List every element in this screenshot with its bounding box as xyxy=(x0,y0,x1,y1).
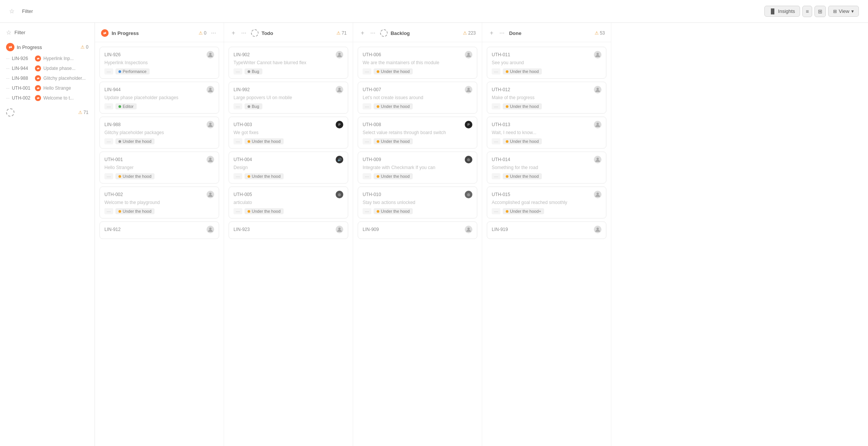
card-lin-926[interactable]: LIN-926 Hyperlink Inspections — Performa… xyxy=(99,47,219,79)
insights-button[interactable]: ▐▌ Insights xyxy=(764,6,800,17)
column-add-button-2[interactable]: + xyxy=(230,29,237,37)
card-footer-uth-010: — Under the hood xyxy=(363,208,472,214)
sidebar-item-uth-002[interactable]: ··· UTH-002 ⇄ Welcome to t... xyxy=(3,93,92,103)
card-tag-uth-001: Under the hood xyxy=(115,173,155,179)
card-id-uth-015: UTH-015 xyxy=(492,192,510,197)
card-uth-002[interactable]: UTH-002 Welcome to the playground — Unde… xyxy=(99,187,219,218)
card-lin-923[interactable]: LIN-923 xyxy=(229,221,348,239)
card-dash-uth-015: — xyxy=(492,208,500,214)
svg-point-5 xyxy=(209,228,211,230)
sidebar: ☆ Filter ⇄ In Progress 0 ··· LIN-926 ⇄ H… xyxy=(0,23,95,446)
column-icon-todo xyxy=(251,29,259,37)
tag-dot-uth-010 xyxy=(377,210,379,213)
sidebar-item-lin-926[interactable]: ··· LIN-926 ⇄ Hyperlink Inp... xyxy=(3,54,92,63)
chevron-down-icon: ▾ xyxy=(851,8,854,14)
card-header-lin-926: LIN-926 xyxy=(104,51,214,59)
svg-point-7 xyxy=(338,88,341,90)
list-view-button[interactable]: ≡ xyxy=(802,6,812,17)
column-title-in-progress: In Progress xyxy=(112,30,196,36)
tag-dot-uth-007 xyxy=(377,105,379,108)
column-body-in-progress: LIN-926 Hyperlink Inspections — Performa… xyxy=(95,42,224,446)
column-add-button-4[interactable]: + xyxy=(488,29,495,37)
sidebar-item-lin-988[interactable]: ··· LIN-988 ⇄ Glitchy placeholder... xyxy=(3,73,92,83)
tag-dot-uth-008 xyxy=(377,140,379,143)
column-more-button-3[interactable]: ··· xyxy=(369,29,377,37)
card-uth-003[interactable]: UTH-003 P We got fixes — Under the hood xyxy=(229,117,348,149)
card-title-lin-988: Glitchy placeholder packages xyxy=(104,130,214,135)
tag-dot-uth-002 xyxy=(118,210,121,213)
card-lin-912[interactable]: LIN-912 xyxy=(99,221,219,239)
column-count-backlog: 223 xyxy=(463,30,476,36)
tag-dot-uth-003 xyxy=(248,140,250,143)
card-tag-uth-014: Under the hood xyxy=(503,173,542,179)
card-footer-uth-009: — Under the hood xyxy=(363,173,472,179)
card-footer-uth-015: — Under the hood+ xyxy=(492,208,601,214)
view-button[interactable]: ⊞ View ▾ xyxy=(828,6,859,17)
board-column-done: + ··· Done 53 UTH-011 See yo xyxy=(482,23,611,446)
card-title-uth-015: Accomplished goal reached smoothly xyxy=(492,200,601,205)
item-id-uth-002: UTH-002 xyxy=(12,95,33,101)
sidebar-group-todo: 71 xyxy=(3,106,92,119)
star-icon[interactable]: ☆ xyxy=(9,8,14,15)
card-header-lin-988: LIN-988 xyxy=(104,121,214,128)
card-lin-902[interactable]: LIN-902 TypeWriter Cannot have blurred f… xyxy=(229,47,348,79)
filter-button[interactable]: Filter xyxy=(19,7,36,16)
card-avatar-lin-992 xyxy=(336,86,343,93)
card-uth-009[interactable]: UTH-009 ◎ Integrate with Checkmark If yo… xyxy=(358,152,477,183)
sidebar-group-count-in-progress: 0 xyxy=(80,44,88,50)
card-header-uth-012: UTH-012 xyxy=(492,86,601,93)
card-lin-919[interactable]: LIN-919 xyxy=(487,221,606,239)
item-icon-uth-001: ⇄ xyxy=(35,85,41,91)
svg-point-13 xyxy=(597,88,599,90)
card-uth-012[interactable]: UTH-012 Make of the progress — Under the… xyxy=(487,82,606,114)
card-uth-008[interactable]: UTH-008 P Select value retains through b… xyxy=(358,117,477,149)
card-dash-lin-988: — xyxy=(104,138,113,144)
column-more-button-1[interactable]: ··· xyxy=(210,29,218,37)
card-lin-909[interactable]: LIN-909 xyxy=(358,221,477,239)
card-title-uth-002: Welcome to the playground xyxy=(104,200,214,205)
card-lin-944[interactable]: LIN-944 Update phase placeholder package… xyxy=(99,82,219,114)
warn-icon-col2 xyxy=(336,30,341,36)
card-uth-006[interactable]: UTH-006 We are the maintainers of this m… xyxy=(358,47,477,79)
card-uth-010[interactable]: UTH-010 ◎ Stay two actions unlocked — Un… xyxy=(358,187,477,218)
card-uth-007[interactable]: UTH-007 Let's not create issues around —… xyxy=(358,82,477,114)
card-footer-lin-926: — Performance xyxy=(104,68,214,74)
column-count-done: 53 xyxy=(595,30,605,36)
card-dash-uth-003: — xyxy=(234,138,242,144)
card-id-uth-012: UTH-012 xyxy=(492,87,510,92)
sidebar-filter-button[interactable]: Filter xyxy=(14,30,25,35)
tag-dot-uth-012 xyxy=(506,105,508,108)
card-tag-uth-007: Under the hood xyxy=(374,103,413,109)
sidebar-star-icon[interactable]: ☆ xyxy=(6,29,11,36)
card-dash-uth-004: — xyxy=(234,173,242,179)
card-id-lin-926: LIN-926 xyxy=(104,52,121,57)
sidebar-item-uth-001[interactable]: ··· UTH-001 ⇄ Hello Strange xyxy=(3,83,92,93)
column-more-button-4[interactable]: ··· xyxy=(498,29,506,37)
card-avatar-uth-001 xyxy=(207,156,214,163)
column-add-button-3[interactable]: + xyxy=(359,29,366,37)
svg-point-3 xyxy=(209,158,211,160)
card-uth-015[interactable]: UTH-015 Accomplished goal reached smooth… xyxy=(487,187,606,218)
card-id-uth-001: UTH-001 xyxy=(104,157,123,162)
tag-dot-uth-009 xyxy=(377,175,379,178)
card-id-uth-004: UTH-004 xyxy=(234,157,252,162)
sidebar-group-header-in-progress[interactable]: ⇄ In Progress 0 xyxy=(3,41,92,54)
column-more-button-2[interactable]: ··· xyxy=(240,29,248,37)
card-lin-992[interactable]: LIN-992 Large popovers UI on mobile — Bu… xyxy=(229,82,348,114)
card-uth-004[interactable]: UTH-004 🔊 Design — Under the hood xyxy=(229,152,348,183)
card-title-uth-003: We got fixes xyxy=(234,130,343,135)
column-body-done: UTH-011 See you around — Under the hood xyxy=(482,42,611,446)
sidebar-group-header-todo[interactable]: 71 xyxy=(3,106,92,119)
card-lin-988[interactable]: LIN-988 Glitchy placeholder packages — U… xyxy=(99,117,219,149)
column-title-done: Done xyxy=(509,30,592,36)
card-uth-011[interactable]: UTH-011 See you around — Under the hood xyxy=(487,47,606,79)
card-uth-013[interactable]: UTH-013 Wait, I need to know... — Under … xyxy=(487,117,606,149)
sidebar-item-lin-944[interactable]: ··· LIN-944 ⇄ Update phase... xyxy=(3,63,92,73)
card-dash-lin-926: — xyxy=(104,68,113,74)
card-tag-uth-012: Under the hood xyxy=(503,103,542,109)
grid-view-button[interactable]: ⊞ xyxy=(814,6,826,17)
card-uth-014[interactable]: UTH-014 Something for the road — Under t… xyxy=(487,152,606,183)
card-uth-001[interactable]: UTH-001 Hello Stranger — Under the hood xyxy=(99,152,219,183)
card-uth-005[interactable]: UTH-005 ◎ articulato — Under the hood xyxy=(229,187,348,218)
tag-dot-uth-011 xyxy=(506,70,508,73)
